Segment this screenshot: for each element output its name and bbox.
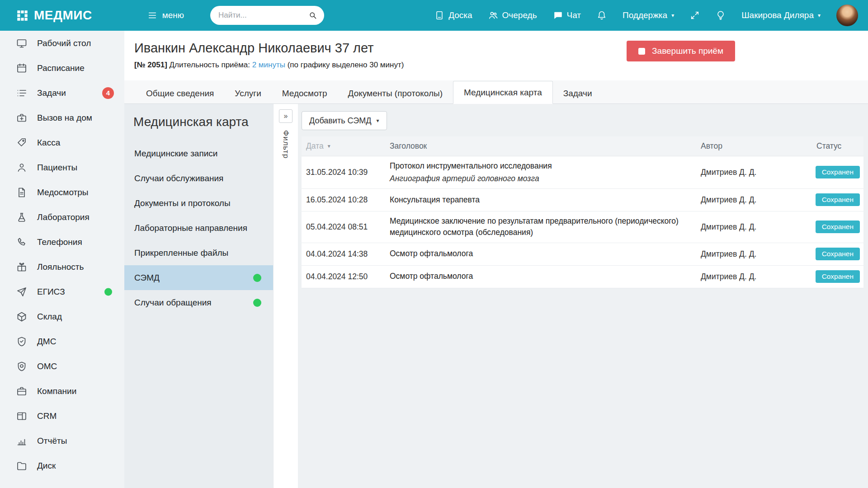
medcard-item-label: Медицинские записи xyxy=(134,149,217,159)
sidebar-item-label: Компании xyxy=(37,386,76,396)
warehouse-icon xyxy=(16,311,27,322)
queue-icon xyxy=(488,10,498,20)
date-header-label: Дата xyxy=(306,141,324,151)
table-row[interactable]: 16.05.2024 10:28Консультация терапевтаДм… xyxy=(302,189,863,211)
medcard-item-medical-records[interactable]: Медицинские записи xyxy=(124,141,273,166)
dms-icon xyxy=(16,336,27,347)
cell-author: Дмитриев Д. Д. xyxy=(696,272,800,282)
sidebar-item-house-call[interactable]: Вызов на дом xyxy=(0,105,124,130)
sidebar-item-label: Лаборатория xyxy=(37,212,90,222)
medexam-icon xyxy=(16,187,27,198)
medcard-item-label: Прикрепленные файлы xyxy=(134,248,228,258)
column-header-status[interactable]: Статус xyxy=(800,141,863,151)
sidebar-item-label: Рабочий стол xyxy=(37,38,91,48)
cell-date: 16.05.2024 10:28 xyxy=(302,195,385,205)
companies-icon xyxy=(16,386,27,397)
tab-services[interactable]: Услуги xyxy=(224,84,271,103)
count-badge: 4 xyxy=(102,87,114,99)
sidebar-item-patients[interactable]: Пациенты xyxy=(0,155,124,180)
sidebar-item-dms[interactable]: ДМС xyxy=(0,329,124,354)
user-name: Шакирова Диляра xyxy=(741,10,814,20)
queue-button[interactable]: Очередь xyxy=(488,10,537,20)
table-row[interactable]: 31.05.2024 10:39Протокол инструментально… xyxy=(302,156,863,189)
sidebar-item-label: ДМС xyxy=(37,337,56,347)
duration-link[interactable]: 2 минуты xyxy=(252,61,285,69)
chat-icon xyxy=(553,10,563,20)
column-header-title[interactable]: Заголовок xyxy=(385,141,696,151)
sidebar-item-medexam[interactable]: Медосмотры xyxy=(0,180,124,205)
sidebar-item-loyalty[interactable]: Лояльность xyxy=(0,254,124,279)
finish-visit-button[interactable]: Завершить приём xyxy=(627,41,735,61)
support-label: Поддержка xyxy=(623,10,667,20)
status-badge: Сохранен xyxy=(816,248,860,260)
menu-label: меню xyxy=(162,10,184,20)
status-dot xyxy=(104,288,112,296)
cell-status: Сохранен xyxy=(800,270,863,283)
column-header-author[interactable]: Автор xyxy=(696,141,800,151)
medcard-item-documents-protocols[interactable]: Документы и протоколы xyxy=(124,191,273,216)
disk-icon xyxy=(16,460,27,471)
medcard-item-service-cases[interactable]: Случаи обслуживания xyxy=(124,166,273,191)
expand-filter-button[interactable]: » xyxy=(279,109,292,123)
board-label: Доска xyxy=(448,10,472,20)
sidebar-item-egisz[interactable]: ЕГИСЗ xyxy=(0,279,124,304)
cell-date: 04.04.2024 14:38 xyxy=(302,249,385,259)
table-row[interactable]: 04.04.2024 12:50Осмотр офтальмологаДмитр… xyxy=(302,266,863,288)
bulb-icon xyxy=(716,10,726,20)
medcard-item-appeal-cases[interactable]: Случаи обращения xyxy=(124,290,273,315)
search-input[interactable] xyxy=(218,11,305,20)
menu-icon xyxy=(147,10,157,20)
medcard-item-lab-referrals[interactable]: Лабораторные направления xyxy=(124,216,273,240)
sidebar-item-calendar[interactable]: Расписание xyxy=(0,56,124,80)
cell-author: Дмитриев Д. Д. xyxy=(696,168,800,177)
column-header-date[interactable]: Дата ▼ xyxy=(302,141,385,151)
menu-button[interactable]: меню xyxy=(147,10,184,20)
sidebar-item-label: CRM xyxy=(37,411,57,421)
sidebar-item-desktop[interactable]: Рабочий стол xyxy=(0,31,124,56)
sidebar-item-label: Задачи xyxy=(37,88,66,98)
table-row[interactable]: 04.04.2024 14:38Осмотр офтальмологаДмитр… xyxy=(302,243,863,266)
semd-pane: Добавить СЭМД ▾ Дата ▼ Заголовок Автор С… xyxy=(298,104,868,488)
stop-icon xyxy=(638,48,645,55)
add-semd-button[interactable]: Добавить СЭМД ▾ xyxy=(302,111,387,130)
phone-icon xyxy=(16,237,27,248)
avatar[interactable] xyxy=(836,5,858,26)
chat-button[interactable]: Чат xyxy=(553,10,581,20)
hints-button[interactable] xyxy=(716,10,726,20)
cell-date: 04.04.2024 12:50 xyxy=(302,272,385,282)
notifications-button[interactable] xyxy=(597,10,607,20)
sidebar-item-label: Вызов на дом xyxy=(37,113,92,123)
sidebar-item-disk[interactable]: Диск xyxy=(0,453,124,478)
tab-documents[interactable]: Документы (протоколы) xyxy=(338,84,453,103)
tab-general[interactable]: Общие сведения xyxy=(136,84,224,103)
sidebar-item-cashbox[interactable]: Касса xyxy=(0,130,124,155)
oms-icon xyxy=(16,361,27,372)
support-dropdown[interactable]: Поддержка ▾ xyxy=(623,10,674,20)
sidebar-item-warehouse[interactable]: Склад xyxy=(0,304,124,329)
patient-name: Иванкин Александр Николаевич 37 лет xyxy=(134,41,868,56)
calendar-icon xyxy=(16,63,27,74)
table-header-row: Дата ▼ Заголовок Автор Статус xyxy=(302,136,863,156)
cell-author: Дмитриев Д. Д. xyxy=(696,222,800,232)
table-row[interactable]: 05.04.2024 08:51Медицинское заключение п… xyxy=(302,211,863,243)
fullscreen-button[interactable] xyxy=(690,10,700,20)
logo-grid-icon xyxy=(16,9,28,22)
chevron-down-icon: ▾ xyxy=(818,13,821,18)
sidebar-item-phone[interactable]: Телефония xyxy=(0,230,124,254)
sidebar-item-companies[interactable]: Компании xyxy=(0,379,124,404)
sidebar-item-oms[interactable]: ОМС xyxy=(0,354,124,379)
tab-medexam[interactable]: Медосмотр xyxy=(272,84,338,103)
visit-number: [№ 2051] xyxy=(134,61,167,69)
user-menu[interactable]: Шакирова Диляра ▾ xyxy=(741,10,821,20)
tab-medcard[interactable]: Медицинская карта xyxy=(453,81,553,104)
sidebar-item-crm[interactable]: CRM xyxy=(0,404,124,428)
sidebar-item-reports[interactable]: Отчёты xyxy=(0,428,124,453)
board-button[interactable]: Доска xyxy=(434,10,472,20)
tab-tasks[interactable]: Задачи xyxy=(553,84,603,103)
search-button[interactable] xyxy=(305,8,321,23)
logo[interactable]: МЕДМИС xyxy=(0,8,92,23)
sidebar-item-lab[interactable]: Лаборатория xyxy=(0,205,124,230)
medcard-item-attached-files[interactable]: Прикрепленные файлы xyxy=(124,240,273,265)
sidebar-item-tasks[interactable]: Задачи4 xyxy=(0,80,124,105)
medcard-item-semd[interactable]: СЭМД xyxy=(124,265,273,290)
